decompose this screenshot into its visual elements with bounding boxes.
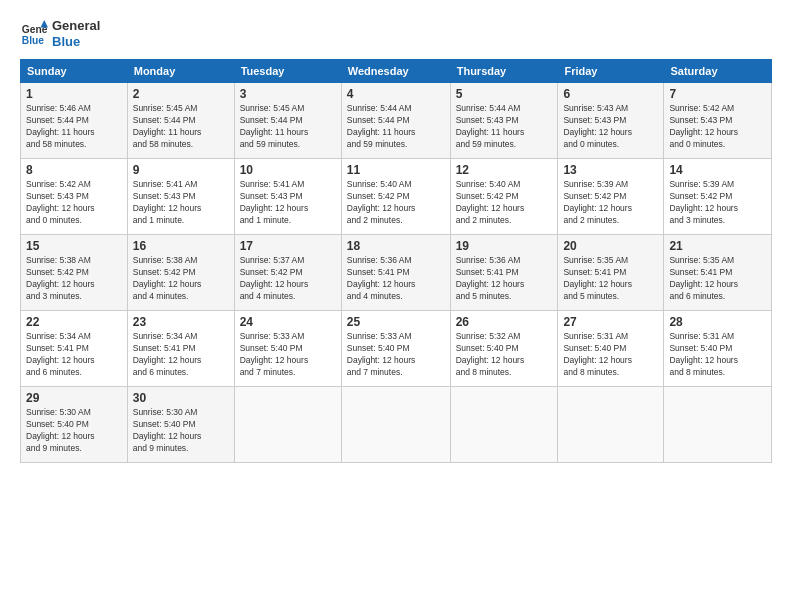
- calendar-cell: 15Sunrise: 5:38 AMSunset: 5:42 PMDayligh…: [21, 235, 128, 311]
- calendar-table: SundayMondayTuesdayWednesdayThursdayFrid…: [20, 59, 772, 463]
- day-info: Sunrise: 5:40 AMSunset: 5:42 PMDaylight:…: [456, 179, 553, 227]
- calendar-cell: 3Sunrise: 5:45 AMSunset: 5:44 PMDaylight…: [234, 83, 341, 159]
- day-number: 5: [456, 87, 553, 101]
- calendar-cell: 6Sunrise: 5:43 AMSunset: 5:43 PMDaylight…: [558, 83, 664, 159]
- day-info: Sunrise: 5:34 AMSunset: 5:41 PMDaylight:…: [133, 331, 229, 379]
- calendar-cell: 13Sunrise: 5:39 AMSunset: 5:42 PMDayligh…: [558, 159, 664, 235]
- day-info: Sunrise: 5:34 AMSunset: 5:41 PMDaylight:…: [26, 331, 122, 379]
- day-number: 19: [456, 239, 553, 253]
- day-number: 20: [563, 239, 658, 253]
- calendar-cell: 29Sunrise: 5:30 AMSunset: 5:40 PMDayligh…: [21, 387, 128, 463]
- day-info: Sunrise: 5:46 AMSunset: 5:44 PMDaylight:…: [26, 103, 122, 151]
- calendar-cell: 7Sunrise: 5:42 AMSunset: 5:43 PMDaylight…: [664, 83, 772, 159]
- day-number: 16: [133, 239, 229, 253]
- calendar-week-4: 22Sunrise: 5:34 AMSunset: 5:41 PMDayligh…: [21, 311, 772, 387]
- day-info: Sunrise: 5:41 AMSunset: 5:43 PMDaylight:…: [240, 179, 336, 227]
- day-number: 21: [669, 239, 766, 253]
- day-number: 25: [347, 315, 445, 329]
- day-info: Sunrise: 5:41 AMSunset: 5:43 PMDaylight:…: [133, 179, 229, 227]
- day-number: 23: [133, 315, 229, 329]
- day-info: Sunrise: 5:35 AMSunset: 5:41 PMDaylight:…: [563, 255, 658, 303]
- calendar-body: 1Sunrise: 5:46 AMSunset: 5:44 PMDaylight…: [21, 83, 772, 463]
- day-info: Sunrise: 5:45 AMSunset: 5:44 PMDaylight:…: [240, 103, 336, 151]
- day-number: 11: [347, 163, 445, 177]
- calendar-cell: 26Sunrise: 5:32 AMSunset: 5:40 PMDayligh…: [450, 311, 558, 387]
- day-number: 9: [133, 163, 229, 177]
- day-info: Sunrise: 5:43 AMSunset: 5:43 PMDaylight:…: [563, 103, 658, 151]
- calendar-cell: 30Sunrise: 5:30 AMSunset: 5:40 PMDayligh…: [127, 387, 234, 463]
- column-header-saturday: Saturday: [664, 60, 772, 83]
- page-header: General Blue General Blue: [20, 18, 772, 49]
- day-info: Sunrise: 5:39 AMSunset: 5:42 PMDaylight:…: [669, 179, 766, 227]
- logo: General Blue General Blue: [20, 18, 100, 49]
- day-info: Sunrise: 5:31 AMSunset: 5:40 PMDaylight:…: [669, 331, 766, 379]
- day-info: Sunrise: 5:31 AMSunset: 5:40 PMDaylight:…: [563, 331, 658, 379]
- day-info: Sunrise: 5:45 AMSunset: 5:44 PMDaylight:…: [133, 103, 229, 151]
- calendar-cell: [558, 387, 664, 463]
- calendar-cell: [341, 387, 450, 463]
- calendar-cell: 23Sunrise: 5:34 AMSunset: 5:41 PMDayligh…: [127, 311, 234, 387]
- day-number: 1: [26, 87, 122, 101]
- calendar-cell: 2Sunrise: 5:45 AMSunset: 5:44 PMDaylight…: [127, 83, 234, 159]
- day-info: Sunrise: 5:42 AMSunset: 5:43 PMDaylight:…: [669, 103, 766, 151]
- day-number: 8: [26, 163, 122, 177]
- calendar-cell: 22Sunrise: 5:34 AMSunset: 5:41 PMDayligh…: [21, 311, 128, 387]
- day-number: 2: [133, 87, 229, 101]
- calendar-cell: 11Sunrise: 5:40 AMSunset: 5:42 PMDayligh…: [341, 159, 450, 235]
- column-header-friday: Friday: [558, 60, 664, 83]
- day-number: 14: [669, 163, 766, 177]
- calendar-cell: 10Sunrise: 5:41 AMSunset: 5:43 PMDayligh…: [234, 159, 341, 235]
- calendar-cell: 25Sunrise: 5:33 AMSunset: 5:40 PMDayligh…: [341, 311, 450, 387]
- calendar-cell: [664, 387, 772, 463]
- day-info: Sunrise: 5:32 AMSunset: 5:40 PMDaylight:…: [456, 331, 553, 379]
- calendar-cell: 27Sunrise: 5:31 AMSunset: 5:40 PMDayligh…: [558, 311, 664, 387]
- calendar-cell: 20Sunrise: 5:35 AMSunset: 5:41 PMDayligh…: [558, 235, 664, 311]
- calendar-week-2: 8Sunrise: 5:42 AMSunset: 5:43 PMDaylight…: [21, 159, 772, 235]
- day-number: 13: [563, 163, 658, 177]
- column-header-wednesday: Wednesday: [341, 60, 450, 83]
- day-info: Sunrise: 5:39 AMSunset: 5:42 PMDaylight:…: [563, 179, 658, 227]
- day-info: Sunrise: 5:36 AMSunset: 5:41 PMDaylight:…: [347, 255, 445, 303]
- calendar-cell: 24Sunrise: 5:33 AMSunset: 5:40 PMDayligh…: [234, 311, 341, 387]
- column-header-thursday: Thursday: [450, 60, 558, 83]
- calendar-cell: 12Sunrise: 5:40 AMSunset: 5:42 PMDayligh…: [450, 159, 558, 235]
- calendar-cell: 18Sunrise: 5:36 AMSunset: 5:41 PMDayligh…: [341, 235, 450, 311]
- day-info: Sunrise: 5:38 AMSunset: 5:42 PMDaylight:…: [26, 255, 122, 303]
- calendar-week-3: 15Sunrise: 5:38 AMSunset: 5:42 PMDayligh…: [21, 235, 772, 311]
- calendar-cell: 16Sunrise: 5:38 AMSunset: 5:42 PMDayligh…: [127, 235, 234, 311]
- logo-line2: Blue: [52, 34, 100, 50]
- calendar-cell: 9Sunrise: 5:41 AMSunset: 5:43 PMDaylight…: [127, 159, 234, 235]
- day-number: 29: [26, 391, 122, 405]
- column-header-tuesday: Tuesday: [234, 60, 341, 83]
- calendar-cell: [450, 387, 558, 463]
- calendar-cell: [234, 387, 341, 463]
- day-info: Sunrise: 5:33 AMSunset: 5:40 PMDaylight:…: [347, 331, 445, 379]
- calendar-cell: 28Sunrise: 5:31 AMSunset: 5:40 PMDayligh…: [664, 311, 772, 387]
- day-number: 26: [456, 315, 553, 329]
- calendar-week-5: 29Sunrise: 5:30 AMSunset: 5:40 PMDayligh…: [21, 387, 772, 463]
- calendar-cell: 4Sunrise: 5:44 AMSunset: 5:44 PMDaylight…: [341, 83, 450, 159]
- day-info: Sunrise: 5:30 AMSunset: 5:40 PMDaylight:…: [133, 407, 229, 455]
- day-info: Sunrise: 5:37 AMSunset: 5:42 PMDaylight:…: [240, 255, 336, 303]
- day-number: 28: [669, 315, 766, 329]
- calendar-cell: 1Sunrise: 5:46 AMSunset: 5:44 PMDaylight…: [21, 83, 128, 159]
- day-info: Sunrise: 5:33 AMSunset: 5:40 PMDaylight:…: [240, 331, 336, 379]
- day-info: Sunrise: 5:42 AMSunset: 5:43 PMDaylight:…: [26, 179, 122, 227]
- day-info: Sunrise: 5:44 AMSunset: 5:43 PMDaylight:…: [456, 103, 553, 151]
- day-number: 22: [26, 315, 122, 329]
- day-number: 12: [456, 163, 553, 177]
- calendar-cell: 14Sunrise: 5:39 AMSunset: 5:42 PMDayligh…: [664, 159, 772, 235]
- day-number: 27: [563, 315, 658, 329]
- day-info: Sunrise: 5:36 AMSunset: 5:41 PMDaylight:…: [456, 255, 553, 303]
- day-number: 15: [26, 239, 122, 253]
- column-header-monday: Monday: [127, 60, 234, 83]
- day-info: Sunrise: 5:40 AMSunset: 5:42 PMDaylight:…: [347, 179, 445, 227]
- svg-text:Blue: Blue: [22, 35, 45, 46]
- calendar-cell: 8Sunrise: 5:42 AMSunset: 5:43 PMDaylight…: [21, 159, 128, 235]
- day-info: Sunrise: 5:44 AMSunset: 5:44 PMDaylight:…: [347, 103, 445, 151]
- day-number: 7: [669, 87, 766, 101]
- column-header-sunday: Sunday: [21, 60, 128, 83]
- logo-line1: General: [52, 18, 100, 34]
- day-number: 18: [347, 239, 445, 253]
- day-info: Sunrise: 5:38 AMSunset: 5:42 PMDaylight:…: [133, 255, 229, 303]
